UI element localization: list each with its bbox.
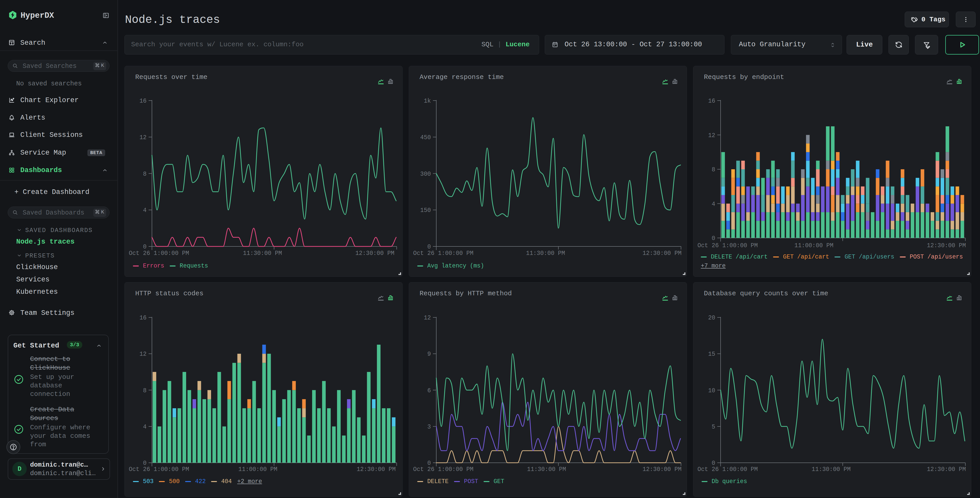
svg-text:11:00:00 PM: 11:00:00 PM [238, 466, 277, 473]
svg-text:450: 450 [420, 134, 431, 141]
svg-text:3: 3 [427, 424, 431, 430]
svg-text:0: 0 [427, 460, 431, 467]
svg-text:12: 12 [139, 134, 146, 141]
svg-text:8: 8 [712, 166, 715, 173]
svg-text:0: 0 [143, 244, 146, 250]
svg-text:12:30:00 PM: 12:30:00 PM [355, 250, 395, 257]
svg-text:300: 300 [420, 171, 431, 177]
svg-text:16: 16 [708, 98, 715, 104]
svg-text:Oct 26 1:00:00 PM: Oct 26 1:00:00 PM [697, 242, 758, 249]
svg-text:11:30:00 PM: 11:30:00 PM [527, 466, 566, 473]
svg-text:1k: 1k [424, 98, 431, 104]
svg-text:11:00:00 PM: 11:00:00 PM [794, 242, 834, 249]
svg-text:0: 0 [427, 244, 431, 250]
svg-text:12:30:00 PM: 12:30:00 PM [643, 250, 681, 257]
svg-text:150: 150 [420, 207, 431, 214]
svg-text:11:30:00 PM: 11:30:00 PM [526, 250, 565, 257]
svg-text:0: 0 [712, 235, 715, 242]
svg-text:12: 12 [424, 314, 431, 321]
svg-text:Oct 26 1:00:00 PM: Oct 26 1:00:00 PM [413, 250, 474, 257]
svg-text:4: 4 [712, 201, 715, 208]
svg-text:11:30:00 PM: 11:30:00 PM [243, 250, 282, 257]
svg-text:16: 16 [139, 314, 146, 321]
svg-text:12:30:00 PM: 12:30:00 PM [927, 242, 966, 249]
svg-text:6: 6 [427, 387, 431, 394]
svg-text:Oct 26 1:00:00 PM: Oct 26 1:00:00 PM [697, 466, 758, 473]
svg-text:8: 8 [143, 387, 146, 394]
svg-text:4: 4 [143, 424, 146, 430]
svg-text:12:30:00 PM: 12:30:00 PM [927, 466, 966, 473]
svg-text:16: 16 [139, 98, 146, 104]
svg-text:4: 4 [143, 207, 146, 214]
svg-text:15: 15 [708, 351, 715, 358]
svg-text:0: 0 [712, 460, 715, 467]
svg-text:Oct 26 1:00:00 PM: Oct 26 1:00:00 PM [413, 466, 474, 473]
svg-text:Oct 26 1:00:00 PM: Oct 26 1:00:00 PM [129, 250, 189, 257]
svg-text:20: 20 [708, 314, 715, 321]
svg-text:8: 8 [143, 171, 146, 177]
svg-text:12: 12 [139, 351, 146, 358]
svg-text:5: 5 [712, 424, 715, 430]
svg-text:Oct 26 1:00:00 PM: Oct 26 1:00:00 PM [129, 466, 189, 473]
svg-text:12:30:00 PM: 12:30:00 PM [643, 466, 681, 473]
svg-text:9: 9 [427, 351, 431, 358]
svg-text:12: 12 [708, 132, 715, 139]
svg-text:10: 10 [708, 387, 715, 394]
svg-text:11:30:00 PM: 11:30:00 PM [811, 466, 851, 473]
svg-text:12:30:00 PM: 12:30:00 PM [356, 466, 396, 473]
svg-text:0: 0 [143, 460, 146, 467]
